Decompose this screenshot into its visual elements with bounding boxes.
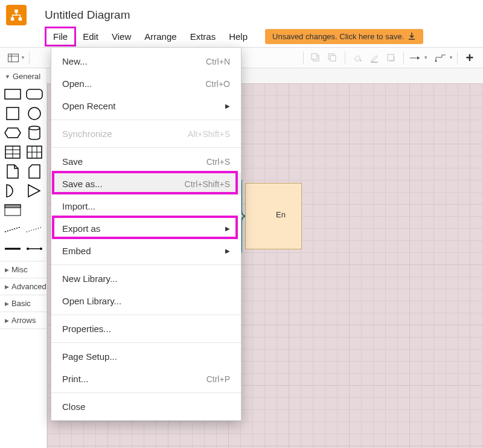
app-logo xyxy=(6,5,27,25)
svg-line-30 xyxy=(5,227,21,232)
menu-item-label: Open Recent xyxy=(62,101,115,111)
shape-window[interactable] xyxy=(4,203,22,217)
svg-point-19 xyxy=(29,126,40,130)
fill-color-button[interactable] xyxy=(349,50,366,66)
menu-arrange[interactable]: Arrange xyxy=(138,28,183,45)
menu-separator xyxy=(51,392,241,393)
menu-item-export-as[interactable]: Export as▶ xyxy=(51,217,241,240)
menu-item-new-library[interactable]: New Library... xyxy=(51,267,241,290)
menu-item-open-library[interactable]: Open Library... xyxy=(51,290,241,312)
svg-point-35 xyxy=(40,248,42,250)
menu-item-label: New... xyxy=(62,56,88,66)
shape-card[interactable] xyxy=(25,164,43,179)
shape-grid[interactable] xyxy=(25,145,43,159)
menu-shortcut: Ctrl+S xyxy=(206,157,230,167)
add-button[interactable]: + xyxy=(461,50,478,66)
svg-rect-3 xyxy=(8,54,19,62)
to-front-button[interactable] xyxy=(307,50,324,66)
svg-rect-1 xyxy=(11,18,14,21)
shape-note[interactable] xyxy=(4,164,22,179)
shape-blank[interactable] xyxy=(25,203,43,217)
connection-style-button[interactable] xyxy=(408,50,424,66)
menu-item-synchronize: SynchronizeAlt+Shift+S xyxy=(51,123,241,145)
shape-solid-line[interactable] xyxy=(4,242,22,256)
svg-point-10 xyxy=(360,59,362,61)
palette-label: Basic xyxy=(11,299,31,308)
menu-item-import[interactable]: Import... xyxy=(51,195,241,217)
menu-item-save[interactable]: SaveCtrl+S xyxy=(51,150,241,173)
view-mode-button[interactable] xyxy=(5,50,22,66)
menu-item-save-as[interactable]: Save as...Ctrl+Shift+S xyxy=(51,173,241,195)
menu-item-label: Page Setup... xyxy=(62,351,117,362)
menu-item-page-setup[interactable]: Page Setup... xyxy=(51,345,241,368)
line-color-button[interactable] xyxy=(366,50,383,66)
submenu-arrow-icon: ▶ xyxy=(225,103,230,109)
menu-item-label: Close xyxy=(62,402,85,412)
svg-rect-29 xyxy=(5,205,21,208)
menu-item-label: Print... xyxy=(62,374,88,384)
submenu-arrow-icon: ▶ xyxy=(225,225,230,232)
svg-rect-17 xyxy=(7,107,19,120)
unsaved-changes-banner[interactable]: Unsaved changes. Click here to save. xyxy=(265,29,423,44)
menu-item-label: Open Library... xyxy=(62,296,121,306)
menu-item-label: Save as... xyxy=(62,179,103,189)
shape-table[interactable] xyxy=(4,145,22,159)
menu-help[interactable]: Help xyxy=(222,28,254,45)
shape-rectangle[interactable] xyxy=(4,87,22,101)
shape-dotted-line[interactable] xyxy=(25,222,43,237)
shape-square[interactable] xyxy=(4,106,22,121)
menu-item-label: Export as xyxy=(62,223,100,234)
shadow-button[interactable] xyxy=(383,50,400,66)
palette-section-basic[interactable]: ▶Basic xyxy=(0,295,46,312)
menu-extras[interactable]: Extras xyxy=(184,28,223,45)
shape-triangle[interactable] xyxy=(25,184,43,198)
svg-point-34 xyxy=(27,248,29,250)
palette-label: Advanced xyxy=(11,282,46,291)
shape-sidebar: ▼General ▶Misc xyxy=(0,68,47,448)
shape-half-circle[interactable] xyxy=(4,184,22,198)
menu-item-print[interactable]: Print...Ctrl+P xyxy=(51,368,241,390)
svg-rect-15 xyxy=(5,89,21,99)
palette-section-misc[interactable]: ▶Misc xyxy=(0,261,46,278)
menu-item-properties[interactable]: Properties... xyxy=(51,318,241,340)
svg-rect-2 xyxy=(19,18,22,21)
palette-section-advanced[interactable]: ▶Advanced xyxy=(0,278,46,295)
shape-connector[interactable] xyxy=(25,242,43,256)
menu-item-open[interactable]: Open...Ctrl+O xyxy=(51,72,241,95)
menu-item-close[interactable]: Close xyxy=(51,395,241,418)
menu-item-label: Import... xyxy=(62,201,95,211)
to-back-button[interactable] xyxy=(324,50,341,66)
svg-line-31 xyxy=(27,227,42,232)
menu-shortcut: Ctrl+N xyxy=(206,57,230,66)
menu-separator xyxy=(51,147,241,148)
diagram-node[interactable]: En xyxy=(245,183,302,249)
menu-separator xyxy=(51,120,241,120)
menu-shortcut: Ctrl+P xyxy=(206,374,230,384)
shape-hexagon[interactable] xyxy=(4,126,22,140)
shape-cylinder[interactable] xyxy=(25,126,43,140)
palette-section-arrows[interactable]: ▶Arrows xyxy=(0,312,46,328)
menu-item-new[interactable]: New...Ctrl+N xyxy=(51,50,241,72)
svg-rect-16 xyxy=(27,89,42,99)
menu-item-embed[interactable]: Embed▶ xyxy=(51,240,241,262)
menu-item-label: New Library... xyxy=(62,274,117,284)
menu-view[interactable]: View xyxy=(105,28,138,45)
menu-edit[interactable]: Edit xyxy=(76,28,105,45)
shape-dashed-line[interactable] xyxy=(4,222,22,237)
menu-shortcut: Ctrl+O xyxy=(205,79,230,89)
document-title[interactable]: Untitled Diagram xyxy=(45,8,130,22)
diagram-node-label: En xyxy=(276,210,286,219)
menu-item-label: Save xyxy=(62,156,83,167)
menu-item-label: Synchronize xyxy=(62,129,112,139)
menu-shortcut: Ctrl+Shift+S xyxy=(185,179,230,189)
waypoint-style-button[interactable] xyxy=(433,50,450,66)
caret-down-icon: ▼ xyxy=(423,55,428,60)
menu-item-label: Properties... xyxy=(62,324,111,334)
shape-circle[interactable] xyxy=(25,106,43,121)
shape-rounded-rect[interactable] xyxy=(25,87,43,101)
file-menu-dropdown: New...Ctrl+NOpen...Ctrl+OOpen Recent▶Syn… xyxy=(51,47,242,421)
menu-item-open-recent[interactable]: Open Recent▶ xyxy=(51,95,241,117)
menu-file[interactable]: File xyxy=(45,27,76,46)
palette-label: Misc xyxy=(11,265,28,274)
palette-section-general[interactable]: ▼General xyxy=(0,68,46,85)
